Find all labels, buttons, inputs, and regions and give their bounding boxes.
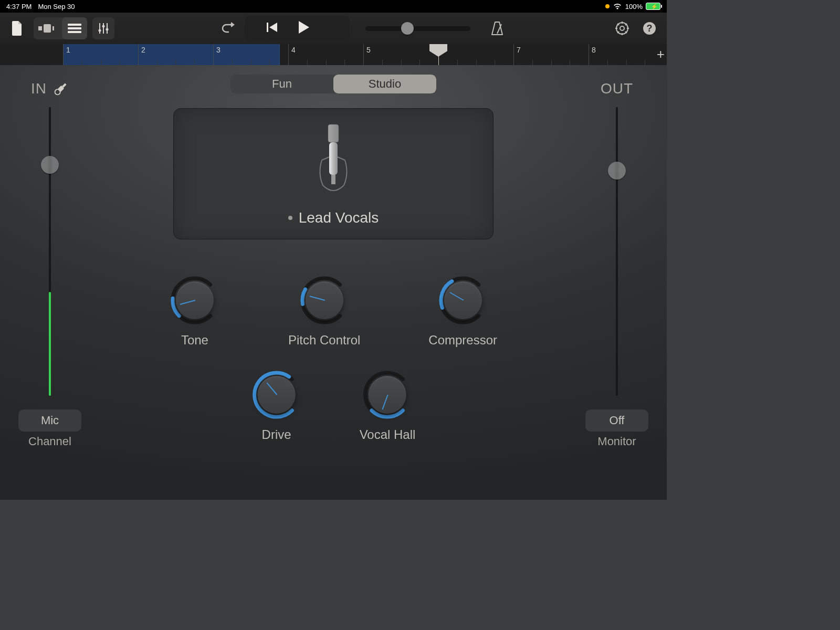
output-slider-thumb[interactable] (608, 162, 626, 180)
output-section: OUT Off Monitor (583, 76, 651, 448)
my-songs-button[interactable] (6, 17, 28, 39)
svg-rect-2 (52, 26, 54, 30)
input-section: IN Mic Channel (16, 76, 84, 448)
bar-label: 8 (592, 46, 596, 54)
undo-icon (221, 22, 236, 35)
metronome-button[interactable] (486, 17, 508, 39)
gear-icon (615, 21, 629, 36)
view-toggle-group (34, 17, 87, 39)
svg-point-10 (102, 25, 105, 28)
help-icon: ? (643, 22, 656, 35)
rewind-icon (266, 21, 278, 34)
svg-rect-4 (68, 27, 81, 29)
wifi-icon (613, 3, 622, 10)
channel-select-button[interactable]: Mic (18, 410, 81, 432)
track-controls-button[interactable] (92, 17, 114, 39)
playhead[interactable] (429, 44, 447, 57)
svg-rect-12 (267, 23, 268, 32)
bar-label: 4 (291, 46, 296, 54)
svg-rect-1 (44, 24, 51, 33)
metronome-icon (490, 21, 504, 36)
timeline-ruler[interactable]: 12345678 + (0, 44, 667, 65)
knob-label: Compressor (428, 333, 497, 348)
preset-name-label: Lead Vocals (299, 209, 379, 226)
status-bar: 4:37 PM Mon Sep 30 100% ⚡ (0, 0, 667, 13)
browser-icon (38, 23, 54, 34)
knob-label: Tone (181, 333, 208, 348)
output-label: OUT (601, 80, 633, 97)
tracks-icon (68, 23, 81, 34)
svg-point-11 (106, 28, 109, 31)
help-button[interactable]: ? (638, 17, 660, 39)
preset-bullet-icon (288, 216, 292, 220)
master-volume-slider[interactable] (365, 26, 470, 31)
knob-label: Pitch Control (288, 333, 360, 348)
mode-segmented-control[interactable]: FunStudio (230, 75, 436, 93)
input-label: IN (31, 80, 47, 97)
svg-rect-0 (38, 26, 42, 30)
bar-label: 1 (66, 46, 70, 54)
svg-text:?: ? (647, 23, 653, 34)
output-level-slider[interactable] (612, 107, 622, 396)
undo-button[interactable] (217, 17, 239, 39)
mode-option-fun[interactable]: Fun (230, 75, 333, 93)
play-icon (297, 20, 310, 34)
channel-label: Channel (16, 435, 84, 448)
knob-vocal-hall[interactable]: Vocal Hall (360, 370, 416, 442)
add-track-button[interactable]: + (657, 46, 665, 62)
svg-rect-30 (328, 124, 339, 142)
master-volume-thumb[interactable] (401, 22, 414, 35)
knob-label: Drive (262, 427, 291, 442)
tracks-view-button[interactable] (62, 17, 87, 39)
microphone-icon (312, 123, 354, 202)
mic-in-use-indicator-icon (605, 4, 610, 8)
instrument-panel: IN Mic Channel OUT Off Monitor FunStudio (0, 65, 667, 500)
knob-pitch-control[interactable]: Pitch Control (288, 275, 360, 348)
preset-selector[interactable]: Lead Vocals (173, 108, 494, 239)
battery-percent: 100% (625, 3, 643, 10)
transport-controls (245, 16, 350, 41)
svg-rect-32 (331, 175, 335, 184)
monitor-label: Monitor (583, 435, 651, 448)
svg-point-9 (99, 29, 101, 32)
app-toolbar: ? (0, 13, 667, 44)
knob-compressor[interactable]: Compressor (428, 275, 497, 348)
status-time: 4:37 PM (6, 3, 32, 10)
document-icon (11, 21, 24, 36)
svg-line-33 (322, 157, 329, 160)
play-button[interactable] (297, 20, 310, 36)
svg-rect-31 (329, 142, 338, 175)
svg-rect-3 (68, 24, 81, 26)
bar-label: 3 (216, 46, 220, 54)
sliders-icon (97, 22, 110, 35)
knob-tone[interactable]: Tone (170, 275, 220, 348)
settings-button[interactable] (611, 17, 633, 39)
knob-label: Vocal Hall (360, 427, 416, 442)
bar-label: 7 (517, 46, 521, 54)
go-to-beginning-button[interactable] (266, 21, 278, 36)
input-slider-thumb[interactable] (41, 156, 59, 174)
bar-label: 2 (141, 46, 145, 54)
input-level-slider[interactable] (45, 107, 55, 396)
browser-view-button[interactable] (34, 17, 59, 39)
bar-label: 5 (366, 46, 371, 54)
svg-line-34 (338, 157, 345, 160)
svg-rect-5 (68, 31, 81, 33)
svg-point-15 (620, 26, 624, 30)
mode-option-studio[interactable]: Studio (333, 75, 436, 93)
monitor-toggle-button[interactable]: Off (585, 410, 648, 432)
status-date: Mon Sep 30 (38, 3, 75, 10)
input-jack-icon (53, 81, 69, 97)
knob-drive[interactable]: Drive (251, 370, 302, 442)
battery-icon: ⚡ (646, 3, 660, 10)
